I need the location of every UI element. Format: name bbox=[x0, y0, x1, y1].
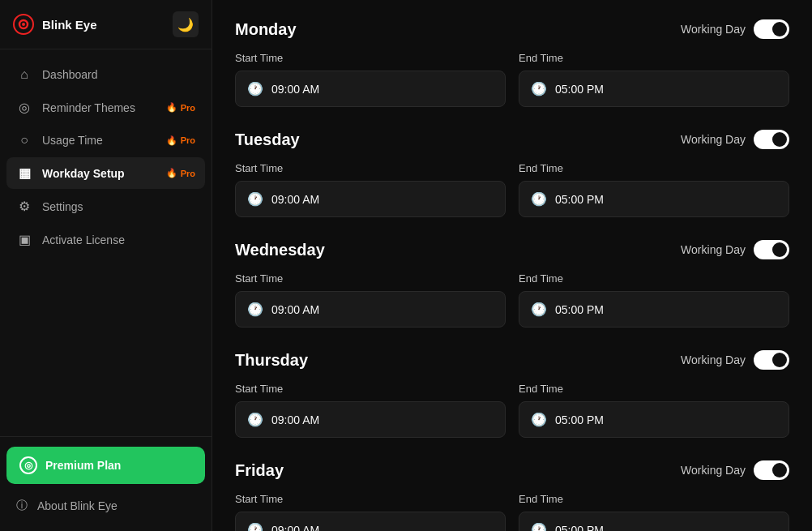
start-time-label: Start Time bbox=[235, 162, 506, 174]
info-icon: ⓘ bbox=[16, 499, 28, 513]
start-time-value: 09:00 AM bbox=[271, 83, 319, 96]
calendar-icon: ▦ bbox=[16, 165, 32, 181]
end-time-input[interactable]: 🕐 05:00 PM bbox=[519, 181, 789, 217]
dark-mode-button[interactable]: 🌙 bbox=[173, 11, 199, 37]
day-section-tuesday: Tuesday Working Day Start Time 🕐 bbox=[235, 130, 789, 217]
day-header-monday: Monday Working Day bbox=[235, 19, 789, 39]
start-time-input[interactable]: 🕐 09:00 AM bbox=[235, 401, 506, 438]
premium-plan-button[interactable]: ◎ Premium Plan bbox=[6, 447, 205, 484]
time-row: Start Time 🕐 09:00 AM End Time 🕐 05:00 P… bbox=[235, 272, 789, 328]
end-time-field: End Time 🕐 05:00 PM bbox=[519, 272, 789, 328]
reminder-icon: ◎ bbox=[16, 100, 32, 115]
end-time-field: End Time 🕐 05:00 PM bbox=[519, 493, 789, 531]
app-logo: Blink Eye bbox=[13, 14, 97, 35]
day-header-friday: Friday Working Day bbox=[235, 460, 789, 480]
sidebar-item-label: Settings bbox=[42, 200, 83, 213]
premium-icon: ◎ bbox=[19, 456, 37, 474]
sidebar-bottom: ◎ Premium Plan ⓘ About Blink Eye bbox=[0, 436, 212, 531]
day-name-tuesday: Tuesday bbox=[235, 131, 300, 149]
pro-badge: 🔥 Pro bbox=[166, 102, 195, 113]
settings-icon: ⚙ bbox=[16, 199, 32, 214]
clock-nav-icon: ○ bbox=[16, 133, 32, 148]
start-time-value: 09:00 AM bbox=[271, 524, 319, 532]
clock-icon: 🕐 bbox=[247, 81, 263, 96]
start-time-field: Start Time 🕐 09:00 AM bbox=[235, 52, 506, 107]
sidebar-item-label: Workday Setup bbox=[42, 167, 125, 180]
working-day-toggle[interactable] bbox=[754, 19, 789, 39]
about-label: About Blink Eye bbox=[37, 499, 118, 512]
working-day-toggle-row: Working Day bbox=[681, 130, 789, 149]
about-blink-eye-item[interactable]: ⓘ About Blink Eye bbox=[6, 490, 205, 521]
day-header-thursday: Thursday Working Day bbox=[235, 350, 789, 370]
sidebar-item-settings[interactable]: ⚙ Settings bbox=[6, 191, 205, 222]
day-name-monday: Monday bbox=[235, 20, 297, 39]
working-day-toggle[interactable] bbox=[754, 350, 789, 370]
start-time-label: Start Time bbox=[235, 383, 506, 395]
sidebar-item-reminder-themes[interactable]: ◎ Reminder Themes 🔥 Pro bbox=[6, 92, 205, 123]
clock-icon: 🕐 bbox=[247, 191, 263, 207]
end-time-value: 05:00 PM bbox=[555, 413, 604, 426]
working-day-toggle[interactable] bbox=[754, 460, 789, 480]
working-day-label: Working Day bbox=[681, 243, 746, 256]
day-header-tuesday: Tuesday Working Day bbox=[235, 130, 789, 149]
end-time-input[interactable]: 🕐 05:00 PM bbox=[519, 71, 789, 107]
day-name-wednesday: Wednesday bbox=[235, 241, 325, 259]
sidebar-item-usage-time[interactable]: ○ Usage Time 🔥 Pro bbox=[6, 125, 205, 156]
working-day-toggle-row: Working Day bbox=[681, 240, 789, 259]
working-day-label: Working Day bbox=[681, 133, 746, 146]
clock-icon: 🕐 bbox=[531, 302, 547, 317]
premium-btn-label: Premium Plan bbox=[45, 459, 121, 472]
svg-point-2 bbox=[22, 23, 25, 26]
start-time-input[interactable]: 🕐 09:00 AM bbox=[235, 291, 506, 328]
start-time-input[interactable]: 🕐 09:00 AM bbox=[235, 181, 506, 217]
end-time-value: 05:00 PM bbox=[555, 83, 604, 96]
license-icon: ▣ bbox=[16, 232, 32, 247]
clock-icon: 🕐 bbox=[531, 412, 547, 427]
start-time-input[interactable]: 🕐 09:00 AM bbox=[235, 512, 506, 531]
day-name-thursday: Thursday bbox=[235, 351, 308, 370]
end-time-field: End Time 🕐 05:00 PM bbox=[519, 383, 789, 438]
start-time-field: Start Time 🕐 09:00 AM bbox=[235, 383, 506, 438]
day-section-monday: Monday Working Day Start Time 🕐 bbox=[235, 19, 789, 107]
working-day-toggle-row: Working Day bbox=[681, 460, 789, 480]
end-time-input[interactable]: 🕐 05:00 PM bbox=[519, 401, 789, 438]
working-day-toggle-row: Working Day bbox=[681, 350, 789, 370]
end-time-value: 05:00 PM bbox=[555, 303, 604, 316]
working-day-label: Working Day bbox=[681, 464, 746, 477]
end-time-label: End Time bbox=[519, 52, 789, 64]
time-row: Start Time 🕐 09:00 AM End Time 🕐 05:00 P… bbox=[235, 162, 789, 217]
start-time-value: 09:00 AM bbox=[271, 303, 319, 316]
sidebar-item-dashboard[interactable]: ⌂ Dashboard bbox=[6, 59, 205, 90]
sidebar-item-label: Activate License bbox=[42, 233, 125, 246]
sidebar-nav: ⌂ Dashboard ◎ Reminder Themes 🔥 Pro ○ Us… bbox=[0, 49, 212, 436]
day-section-friday: Friday Working Day Start Time 🕐 bbox=[235, 460, 789, 531]
pro-badge: 🔥 Pro bbox=[166, 135, 195, 146]
end-time-input[interactable]: 🕐 05:00 PM bbox=[519, 512, 789, 531]
time-row: Start Time 🕐 09:00 AM End Time 🕐 05:00 P… bbox=[235, 493, 789, 531]
start-time-field: Start Time 🕐 09:00 AM bbox=[235, 493, 506, 531]
home-icon: ⌂ bbox=[16, 67, 32, 82]
working-day-toggle[interactable] bbox=[754, 130, 789, 149]
working-day-toggle[interactable] bbox=[754, 240, 789, 259]
day-header-wednesday: Wednesday Working Day bbox=[235, 240, 789, 259]
end-time-label: End Time bbox=[519, 272, 789, 285]
end-time-field: End Time 🕐 05:00 PM bbox=[519, 162, 789, 217]
start-time-value: 09:00 AM bbox=[271, 413, 319, 426]
sidebar-item-label: Reminder Themes bbox=[42, 101, 135, 114]
end-time-label: End Time bbox=[519, 493, 789, 505]
end-time-label: End Time bbox=[519, 162, 789, 174]
blink-eye-logo-icon bbox=[13, 14, 34, 35]
end-time-input[interactable]: 🕐 05:00 PM bbox=[519, 291, 789, 328]
sidebar-item-label: Dashboard bbox=[42, 68, 98, 81]
sidebar-header: Blink Eye 🌙 bbox=[0, 0, 212, 49]
main-content: Monday Working Day Start Time 🕐 bbox=[212, 0, 812, 531]
pro-badge: 🔥 Pro bbox=[166, 168, 195, 178]
sidebar-item-workday-setup[interactable]: ▦ Workday Setup 🔥 Pro bbox=[6, 157, 205, 189]
sidebar-item-activate-license[interactable]: ▣ Activate License bbox=[6, 224, 205, 255]
start-time-field: Start Time 🕐 09:00 AM bbox=[235, 272, 506, 328]
start-time-input[interactable]: 🕐 09:00 AM bbox=[235, 71, 506, 107]
time-row: Start Time 🕐 09:00 AM End Time 🕐 05:00 P… bbox=[235, 383, 789, 438]
sidebar: Blink Eye 🌙 ⌂ Dashboard ◎ Reminder Theme… bbox=[0, 0, 212, 531]
day-section-thursday: Thursday Working Day Start Time 🕐 bbox=[235, 350, 789, 438]
working-day-label: Working Day bbox=[681, 23, 746, 36]
